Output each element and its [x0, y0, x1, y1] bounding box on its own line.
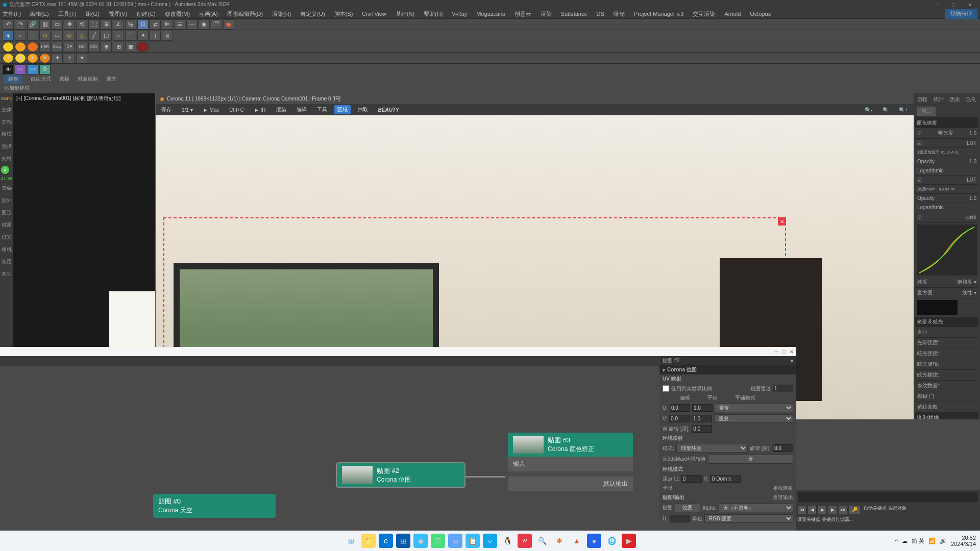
select-button[interactable]: ▭ [52, 19, 63, 30]
start-button[interactable]: ⊞ [344, 534, 358, 548]
dark-red[interactable] [137, 42, 149, 52]
menu-vray[interactable]: V-Ray [452, 11, 467, 17]
corona-beauty[interactable]: BEAUTY [375, 106, 402, 114]
left-tab-other[interactable]: 其它 [1, 269, 12, 279]
tray-date[interactable]: 2024/3/14 [951, 541, 976, 547]
tray-ime[interactable]: 简 英 [912, 537, 924, 545]
menu-login[interactable]: 登陆验证 [945, 9, 977, 19]
corona-max[interactable]: ► Max [200, 106, 223, 114]
menu-graph[interactable]: 图形编辑器(D) [227, 10, 263, 18]
light-1[interactable] [3, 42, 14, 52]
corona-tools[interactable]: 工具 [314, 105, 330, 114]
cex-button[interactable]: CEX [88, 42, 100, 52]
green-badge[interactable]: ● [1, 166, 9, 174]
material-editor[interactable]: ◉ [199, 19, 210, 30]
tab-process[interactable]: 历程 [917, 96, 927, 103]
menu-animation[interactable]: 动画(A) [199, 10, 218, 18]
prop-section[interactable]: Corona 位图 [667, 366, 697, 373]
torus-primitive[interactable]: ◎ [64, 31, 75, 41]
corona-zoom[interactable]: 1/1 ▾ [179, 106, 196, 114]
left-tab-body[interactable]: 主体 [1, 105, 12, 115]
undo-button[interactable]: ↶ [3, 19, 14, 30]
link-button[interactable]: 🔗 [27, 19, 38, 30]
app-2[interactable]: ☰ [431, 534, 445, 548]
corona-region[interactable]: 区域 [334, 105, 351, 114]
cylinder-primitive[interactable]: ⊙ [39, 31, 51, 41]
star-shape[interactable]: ✦ [137, 31, 149, 41]
menu-group[interactable]: 组(G) [86, 10, 100, 18]
menu-octopus[interactable]: Octopus [750, 11, 771, 17]
light-3[interactable] [27, 42, 38, 52]
skp-button[interactable]: SKP [27, 64, 38, 74]
tab-stats[interactable]: 统计 [934, 96, 944, 103]
tab-dr[interactable]: D.R. [966, 97, 976, 103]
u2-input[interactable] [670, 515, 690, 522]
snap-button[interactable]: ⊞ [101, 19, 112, 30]
menu-render[interactable]: 渲染(R) [272, 10, 291, 18]
tile-ch-input[interactable] [773, 385, 793, 392]
uv-button[interactable]: UV [76, 42, 87, 52]
eye-icon[interactable]: 👁 [3, 64, 14, 74]
lut-file[interactable]: 1重度加载于 C...X A m... [917, 149, 962, 155]
qq-icon[interactable]: 🐧 [500, 534, 514, 548]
left-tab-clip[interactable]: 夹料 [1, 154, 12, 164]
create-tab[interactable]: ◈ [3, 31, 14, 41]
section-sharpen[interactable]: 锐化/模糊 [915, 413, 978, 419]
snap-toggle[interactable]: ⊡ [137, 19, 149, 30]
sub-paint[interactable]: 对象绘制 [78, 76, 98, 83]
node-close[interactable]: ✕ [790, 349, 794, 355]
corona-zoom-in[interactable]: 🔍+ [896, 106, 911, 114]
line-shape[interactable]: ╱ [88, 31, 100, 41]
saturation-dropdown[interactable]: 饱和度 ▾ [957, 279, 976, 286]
lut2-file[interactable]: 次级logari...q AgX be... [917, 186, 959, 192]
menu-base[interactable]: 基础(N) [396, 10, 414, 18]
left-tab-light[interactable]: 灯光 [1, 232, 12, 242]
left-tab-shape[interactable]: 图形 [1, 208, 12, 218]
sub-select[interactable]: 选择 [59, 76, 69, 83]
menu-substance[interactable]: Substance [561, 11, 587, 17]
app-6[interactable]: ✱ [552, 534, 567, 548]
tab-history[interactable]: 历史 [950, 96, 960, 103]
menu-civil[interactable]: Civil View [362, 11, 386, 17]
node-editor-header[interactable]: ─ □ ✕ [0, 347, 796, 356]
tray-wifi[interactable]: 📶 [928, 538, 936, 544]
rotate-button[interactable]: ⟲ [76, 19, 87, 30]
sun-2[interactable]: ☀ [15, 53, 26, 63]
v-mode[interactable]: 重复 [714, 414, 793, 423]
light-2[interactable] [15, 42, 26, 52]
corona-save[interactable]: 保存 [158, 105, 175, 114]
autokey-label[interactable]: 自动关键点 选定对象 [864, 505, 906, 514]
section-effects[interactable]: 光晕 & 眩光 [915, 317, 978, 327]
sphere-primitive[interactable]: ○ [27, 31, 38, 41]
mirror-button[interactable]: ⇄ [150, 19, 161, 30]
wps-icon[interactable]: W [518, 534, 532, 548]
layer-button[interactable]: ☰ [174, 19, 185, 30]
linear-dropdown[interactable]: 线性 ▾ [962, 289, 976, 296]
move-button[interactable]: ✥ [64, 19, 75, 30]
menu-cloud[interactable]: 创意云 [514, 10, 531, 18]
rot-input[interactable] [773, 444, 793, 452]
sun-1[interactable]: ☀ [3, 53, 14, 63]
curve-check[interactable]: ☑ [917, 215, 922, 220]
u-mode[interactable]: 重复 [715, 404, 793, 412]
menu-custom[interactable]: 自定义(U) [300, 10, 325, 18]
timeline-track[interactable] [798, 492, 978, 502]
node-minimize[interactable]: ─ [775, 349, 778, 355]
next-frame[interactable]: ▶ [828, 505, 837, 514]
corona-extract[interactable]: 抽取 [355, 105, 371, 114]
node-color-correct[interactable]: 贴图 #3 Corona 颜色矫正 输入 默认输出 [508, 433, 633, 491]
alpha-select[interactable]: 无（不透明） [719, 504, 793, 512]
left-tab-camera[interactable]: 相机 [1, 244, 12, 255]
exposure-value[interactable]: 1.0 [969, 131, 976, 136]
menu-view[interactable]: 视图(V) [109, 10, 128, 18]
menu-create[interactable]: 创建(C) [136, 10, 155, 18]
sub-fill[interactable]: 填充 [106, 76, 116, 83]
hdr-button[interactable]: HDR [39, 42, 51, 52]
opacity2-value[interactable]: 1.0 [969, 195, 976, 201]
menu-edit[interactable]: 编辑(E) [30, 10, 49, 18]
scale-button[interactable]: ⛶ [88, 19, 100, 30]
origin-u-input[interactable] [681, 475, 702, 483]
lut2-check[interactable]: ☑ [917, 177, 922, 183]
menu-ds[interactable]: DS [597, 11, 604, 17]
app-3[interactable]: ▭ [448, 534, 462, 548]
